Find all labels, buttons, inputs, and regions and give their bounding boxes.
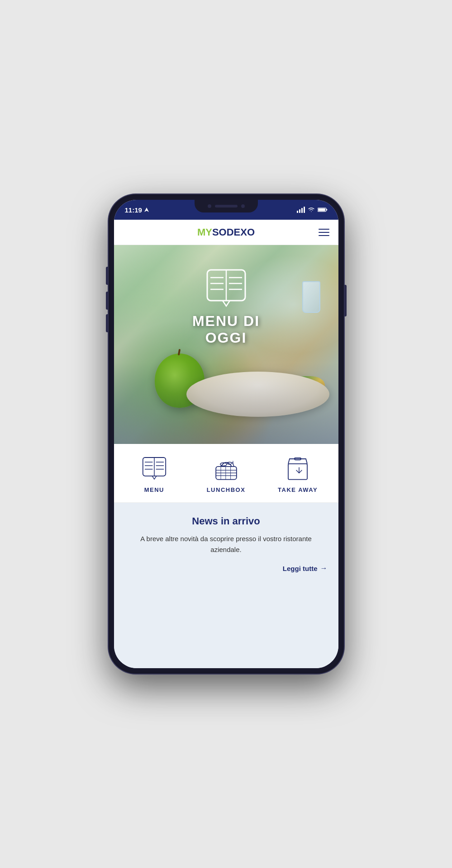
hero-section[interactable]: MENU DI OGGI (114, 245, 338, 444)
notch-speaker (215, 205, 238, 208)
nav-item-takeaway[interactable]: TAKE AWAY (262, 455, 334, 493)
menu-book-icon (141, 455, 168, 482)
lunchbox-basket-icon (213, 455, 240, 482)
phone-frame: 11:19 (109, 194, 344, 674)
logo-sodexo: SODEXO (212, 226, 255, 238)
notch-sensor (241, 204, 245, 208)
hero-glass (302, 281, 320, 313)
takeaway-box-icon (284, 455, 311, 482)
status-icons (297, 207, 328, 213)
app-header: MYSODEXO (114, 220, 338, 245)
wifi-icon (308, 207, 315, 212)
news-link-text: Leggi tutte (283, 565, 318, 572)
hero-content: MENU DI OGGI (170, 268, 282, 346)
notch-camera (208, 204, 211, 208)
arrow-right-icon: → (320, 564, 328, 572)
lunchbox-label: LUNCHBOX (207, 486, 246, 493)
nav-item-lunchbox[interactable]: LUNCHBOX (190, 455, 262, 493)
time-display: 11:19 (125, 206, 142, 214)
signal-bars-icon (297, 207, 305, 213)
news-text: A breve altre novità da scoprire presso … (125, 533, 328, 555)
logo-my: MY (197, 226, 212, 238)
nav-icons-section: MENU (114, 444, 338, 503)
hero-title: MENU DI OGGI (170, 313, 282, 346)
svg-marker-0 (144, 208, 149, 212)
hamburger-button[interactable] (317, 227, 331, 238)
hamburger-line-3 (319, 235, 329, 236)
nav-item-menu[interactable]: MENU (119, 455, 190, 493)
news-title: News in arrivo (125, 515, 328, 527)
takeaway-label: TAKE AWAY (278, 486, 318, 493)
logo: MYSODEXO (197, 226, 255, 238)
location-icon (144, 207, 149, 212)
status-time: 11:19 (125, 206, 149, 214)
svg-rect-2 (326, 209, 327, 210)
hamburger-line-1 (319, 229, 329, 230)
menu-label: MENU (144, 486, 164, 493)
svg-rect-3 (318, 208, 325, 211)
news-read-all-link[interactable]: Leggi tutte → (125, 564, 328, 572)
phone-notch (195, 200, 258, 212)
hero-menu-book-icon (204, 268, 249, 308)
news-section: News in arrivo A breve altre novità da s… (114, 503, 338, 668)
hamburger-line-2 (319, 232, 329, 233)
battery-icon (318, 207, 328, 212)
phone-screen: 11:19 (114, 200, 338, 668)
hero-overlay (114, 363, 338, 444)
